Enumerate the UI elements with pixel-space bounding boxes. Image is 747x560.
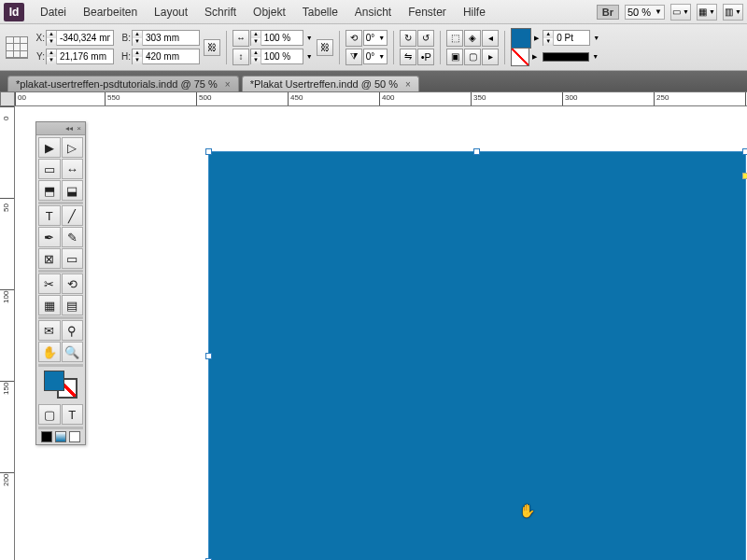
dropdown-icon[interactable]: ▼ xyxy=(306,53,313,60)
selection-tool[interactable]: ▶ xyxy=(38,137,61,158)
free-transform-tool[interactable]: ⟲ xyxy=(62,273,84,294)
line-tool[interactable]: ╱ xyxy=(62,205,84,226)
menu-help[interactable]: Hilfe xyxy=(455,6,494,19)
select-next-icon[interactable]: ▸ xyxy=(482,49,499,65)
apply-black-swatch[interactable] xyxy=(41,431,52,442)
reference-point-grid[interactable] xyxy=(6,36,28,59)
gradient-swatch-tool[interactable]: ▦ xyxy=(38,295,61,315)
fill-swatch[interactable] xyxy=(511,28,531,49)
hand-tool[interactable]: ✋ xyxy=(38,342,61,362)
x-field[interactable]: ▲▼ xyxy=(46,30,114,46)
menu-layout[interactable]: Layout xyxy=(146,6,196,19)
up-arrow-icon[interactable]: ▲ xyxy=(133,49,142,57)
screen-mode-button[interactable]: ▭▼ xyxy=(670,4,691,21)
menu-table[interactable]: Tabelle xyxy=(294,6,346,19)
content-placer-tool[interactable]: ⬓ xyxy=(62,180,84,201)
workspace-button[interactable]: ▥▼ xyxy=(723,4,743,21)
formatting-container-icon[interactable]: ▢ xyxy=(38,404,61,425)
dropdown-icon[interactable]: ▶ xyxy=(532,53,537,61)
content-collector-tool[interactable]: ⬒ xyxy=(38,180,61,201)
fill-swatch[interactable] xyxy=(44,371,64,391)
bridge-button[interactable]: Br xyxy=(597,5,619,20)
y-input[interactable] xyxy=(57,49,113,63)
width-input[interactable] xyxy=(143,31,199,45)
down-arrow-icon[interactable]: ▼ xyxy=(47,57,56,64)
fit-frame-icon[interactable]: ▢ xyxy=(464,49,481,65)
menu-window[interactable]: Fenster xyxy=(400,6,455,19)
scale-x-input[interactable] xyxy=(261,31,303,45)
horizontal-ruler[interactable]: 00 550 500 450 400 350 300 250 200 xyxy=(15,91,747,106)
constrain-scale-icon[interactable]: ⛓ xyxy=(317,39,333,56)
selected-rectangle[interactable] xyxy=(208,151,746,560)
collapse-icon[interactable]: ◂◂ xyxy=(65,124,73,133)
gap-tool[interactable]: ↔ xyxy=(62,159,84,179)
arrange-documents-button[interactable]: ▦▼ xyxy=(697,4,717,21)
formatting-text-icon[interactable]: T xyxy=(62,404,84,425)
fill-stroke-swatches[interactable] xyxy=(36,367,85,402)
scale-y-field[interactable]: ▲▼ xyxy=(250,49,303,64)
close-icon[interactable]: × xyxy=(225,79,231,90)
zoom-level-combo[interactable]: 50 %▼ xyxy=(625,5,665,20)
stroke-weight-input[interactable] xyxy=(554,31,589,45)
selection-handle[interactable] xyxy=(205,353,212,359)
note-tool[interactable]: ✉ xyxy=(38,320,61,341)
corner-handle[interactable] xyxy=(742,173,747,179)
zoom-tool[interactable]: 🔍 xyxy=(62,342,84,362)
menu-type[interactable]: Schrift xyxy=(196,6,245,19)
stroke-swatch-none[interactable] xyxy=(511,48,529,66)
menu-object[interactable]: Objekt xyxy=(245,6,294,19)
menu-edit[interactable]: Bearbeiten xyxy=(75,6,146,19)
up-arrow-icon[interactable]: ▲ xyxy=(47,31,56,38)
point-type-icon[interactable]: •P xyxy=(417,49,434,65)
x-input[interactable] xyxy=(57,31,113,45)
document-tab[interactable]: *plakat-usertreffen-psdtutorials.indd @ … xyxy=(7,76,239,91)
select-prev-icon[interactable]: ◂ xyxy=(482,30,499,47)
stroke-weight-field[interactable]: ▲▼ xyxy=(543,30,590,46)
rectangle-tool[interactable]: ▭ xyxy=(62,248,84,269)
eyedropper-tool[interactable]: ⚲ xyxy=(62,320,84,341)
height-field[interactable]: ▲▼ xyxy=(132,49,200,64)
shear-combo[interactable]: 0°▼ xyxy=(363,49,388,64)
close-icon[interactable]: × xyxy=(77,124,81,133)
direct-selection-tool[interactable]: ▷ xyxy=(62,137,84,158)
width-field[interactable]: ▲▼ xyxy=(132,30,200,46)
height-input[interactable] xyxy=(143,49,199,63)
fit-content-icon[interactable]: ▣ xyxy=(446,49,463,65)
scissors-tool[interactable]: ✂ xyxy=(38,273,61,294)
stroke-style-swatch[interactable] xyxy=(543,52,589,62)
menu-view[interactable]: Ansicht xyxy=(346,6,400,19)
panel-header[interactable]: ◂◂× xyxy=(36,122,85,135)
down-arrow-icon[interactable]: ▼ xyxy=(133,38,142,46)
tools-panel[interactable]: ◂◂× ▶ ▷ ▭ ↔ ⬒ ⬓ T ╱ ✒ ✎ ⊠ ▭ ✂ ⟲ ▦ ▤ ✉ ⚲ … xyxy=(35,121,86,445)
dropdown-icon[interactable]: ▼ xyxy=(593,35,599,41)
vertical-ruler[interactable]: 0 50 100 150 200 xyxy=(0,106,15,560)
scale-y-input[interactable] xyxy=(261,49,303,63)
pen-tool[interactable]: ✒ xyxy=(38,227,61,247)
down-arrow-icon[interactable]: ▼ xyxy=(47,38,56,46)
pencil-tool[interactable]: ✎ xyxy=(62,227,84,247)
apply-none-swatch[interactable] xyxy=(69,431,80,442)
selection-handle[interactable] xyxy=(205,148,212,155)
page-tool[interactable]: ▭ xyxy=(38,159,61,179)
canvas-area[interactable]: ✋ xyxy=(15,106,747,560)
constrain-proportions-icon[interactable]: ⛓ xyxy=(204,39,220,56)
dropdown-icon[interactable]: ▼ xyxy=(592,53,599,60)
selection-handle[interactable] xyxy=(473,148,480,155)
up-arrow-icon[interactable]: ▲ xyxy=(47,49,56,57)
document-tab-active[interactable]: *Plakat Usertreffen.indd @ 50 %× xyxy=(242,76,419,91)
type-tool[interactable]: T xyxy=(38,205,61,226)
y-field[interactable]: ▲▼ xyxy=(46,49,114,64)
dropdown-icon[interactable]: ▶ xyxy=(534,35,539,42)
rotation-combo[interactable]: 0°▼ xyxy=(363,30,388,46)
apply-gradient-swatch[interactable] xyxy=(55,431,66,442)
rotate-cw-icon[interactable]: ↻ xyxy=(400,30,416,47)
selection-handle[interactable] xyxy=(742,148,747,155)
flip-h-icon[interactable]: ⇋ xyxy=(400,49,416,65)
scale-x-field[interactable]: ▲▼ xyxy=(250,30,303,46)
select-content-icon[interactable]: ◈ xyxy=(464,30,481,47)
gradient-feather-tool[interactable]: ▤ xyxy=(62,295,84,315)
up-arrow-icon[interactable]: ▲ xyxy=(133,31,142,38)
ruler-origin[interactable] xyxy=(0,91,15,106)
rotate-ccw-icon[interactable]: ↺ xyxy=(417,30,434,47)
select-container-icon[interactable]: ⬚ xyxy=(446,30,463,47)
